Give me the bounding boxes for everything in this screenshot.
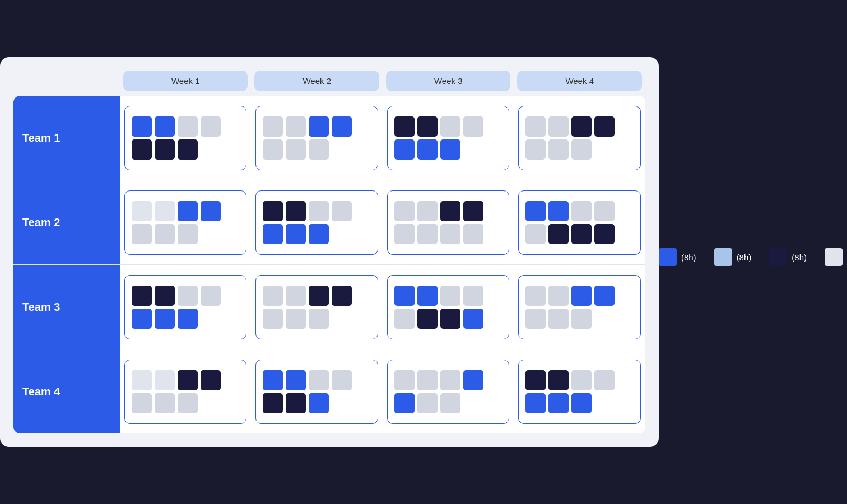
legend-color-block [769,248,787,266]
schedule-block [394,116,415,137]
week-cell [383,351,514,433]
schedule-block [263,201,283,221]
schedule-block [463,309,483,329]
schedule-block [394,309,415,329]
schedule-block [332,116,352,137]
schedule-block [571,224,592,244]
week-box [255,360,378,424]
schedule-block [440,224,460,244]
week-box [518,275,640,339]
schedule-block [548,139,569,160]
schedule-block [155,116,175,137]
schedule-block [263,370,283,390]
schedule-block [286,309,306,329]
schedule-block [594,116,615,137]
schedule-block [286,116,306,137]
week-cell [251,266,382,348]
schedule-block [594,224,615,244]
schedule-block [417,309,438,329]
schedule-block [394,370,415,390]
week-header: Week 1 [123,71,248,91]
schedule-block [463,224,483,244]
schedule-block [417,139,438,160]
schedule-block [594,370,615,390]
week-cell [514,97,645,179]
schedule-block [525,393,546,413]
schedule-block [463,370,483,390]
week-cell [383,181,514,264]
schedule-block [309,139,329,160]
schedule-block [155,370,175,390]
week-box [387,275,509,339]
schedule-block [132,309,152,329]
schedule-block [394,286,415,306]
schedule-block [309,393,329,413]
week-cell [514,351,645,433]
schedule-block [263,116,283,137]
schedule-block [440,116,460,137]
schedule-block [548,309,569,329]
team-label: Team 1 [13,96,120,180]
schedule-block [525,309,546,329]
schedule-block [178,201,198,221]
schedule-block [155,201,175,221]
schedule-block [178,393,198,413]
week-cell [383,97,514,179]
legend-color-block [714,248,732,266]
schedule-block [155,286,175,306]
schedule-block [263,309,283,329]
week-box [255,190,378,255]
team-row: Team 3 [13,265,645,349]
schedule-block [548,201,569,221]
schedule-block [286,370,306,390]
week-box [124,360,246,424]
schedule-block [332,201,352,221]
schedule-block [286,286,306,306]
schedule-block [440,286,460,306]
week-box [124,275,246,339]
team-label: Team 4 [13,349,120,433]
schedule-block [201,116,221,137]
schedule-block [394,393,415,413]
week-box [387,106,509,170]
schedule-block [309,116,329,137]
week-box [387,190,509,255]
schedule-block [332,370,352,390]
schedule-block [394,139,415,160]
schedule-block [309,224,329,244]
week-box [518,360,640,424]
team-label: Team 2 [13,180,120,264]
schedule-block [132,224,152,244]
legend-label: (8h) [792,253,807,262]
week-box [124,190,246,255]
schedule-block [132,201,152,221]
week-cell [251,351,382,433]
week-cell [120,181,251,264]
legend-label: (8h) [681,253,696,262]
schedule-block [286,224,306,244]
week-cell [383,266,514,348]
legend-row: (8h)(8h)(8h) [659,248,847,266]
schedule-block [525,116,546,137]
schedule-block [309,309,329,329]
schedule-block [571,309,592,329]
schedule-block [286,393,306,413]
schedule-block [417,370,438,390]
schedule-block [132,286,152,306]
schedule-block [417,286,438,306]
schedule-block [571,201,592,221]
schedule-block [548,370,569,390]
team-row: Team 4 [13,349,645,433]
schedule-block [263,393,283,413]
schedule-block [132,139,152,160]
schedule-block [178,309,198,329]
schedule-block [132,370,152,390]
schedule-block [417,201,438,221]
schedule-block [309,286,329,306]
schedule-block [571,286,592,306]
schedule-block [525,139,546,160]
schedule-block [394,201,415,221]
schedule-block [440,309,460,329]
week-cell [120,97,251,179]
week-cell [514,181,645,264]
